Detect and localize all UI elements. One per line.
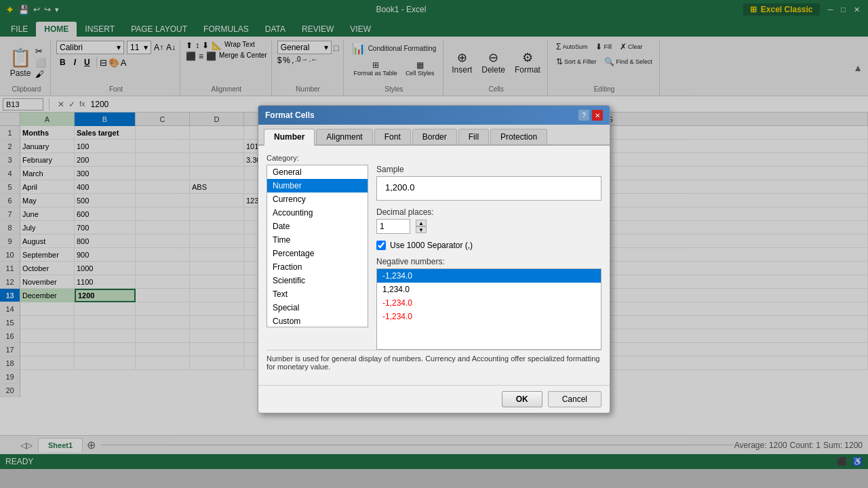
dialog-overlay: Format Cells ? ✕ Number Alignment Font B… — [0, 0, 868, 488]
dialog-right-panel: Sample 1,200.0 Decimal places: ▲ ▼ — [376, 165, 601, 350]
dialog-controls: ? ✕ — [578, 110, 603, 121]
separator-checkbox[interactable] — [376, 241, 386, 250]
category-label: Category: — [267, 154, 601, 162]
category-list[interactable]: General Number Currency Accounting Date … — [267, 165, 368, 327]
cat-general[interactable]: General — [267, 165, 368, 179]
separator-label: Use 1000 Separator (,) — [390, 241, 473, 250]
dialog-help-button[interactable]: ? — [578, 110, 589, 121]
cat-custom[interactable]: Custom — [267, 314, 368, 327]
neg-option-4[interactable]: -1,234.0 — [377, 310, 601, 323]
format-cells-dialog: Format Cells ? ✕ Number Alignment Font B… — [258, 105, 610, 413]
neg-option-1[interactable]: -1,234.0 — [377, 269, 601, 283]
cat-time[interactable]: Time — [267, 233, 368, 247]
decimal-places-label: Decimal places: — [376, 207, 601, 217]
separator-row: Use 1000 Separator (,) — [376, 241, 601, 250]
cat-currency[interactable]: Currency — [267, 192, 368, 206]
cat-fraction[interactable]: Fraction — [267, 260, 368, 274]
cat-special[interactable]: Special — [267, 301, 368, 314]
dialog-close-button[interactable]: ✕ — [592, 110, 603, 121]
sample-box: 1,200.0 — [376, 176, 601, 201]
dialog-title: Format Cells — [265, 110, 315, 120]
dialog-main: General Number Currency Accounting Date … — [267, 165, 601, 350]
decimal-section: Decimal places: ▲ ▼ — [376, 207, 601, 234]
cat-accounting[interactable]: Accounting — [267, 206, 368, 220]
sample-label: Sample — [376, 165, 601, 174]
dialog-tabs: Number Alignment Font Border Fill Protec… — [258, 125, 610, 146]
decimal-row: ▲ ▼ — [376, 219, 601, 234]
neg-option-2[interactable]: 1,234.0 — [377, 283, 601, 296]
negative-numbers-list[interactable]: -1,234.0 1,234.0 -1,234.0 -1,234.0 — [376, 268, 601, 350]
dialog-tab-border[interactable]: Border — [412, 129, 457, 144]
negative-section: Negative numbers: -1,234.0 1,234.0 -1,23… — [376, 257, 601, 350]
dialog-tab-number[interactable]: Number — [264, 129, 315, 146]
dialog-body: Category: General Number Currency Accoun… — [258, 146, 610, 385]
cat-scientific[interactable]: Scientific — [267, 274, 368, 287]
decimal-decrement-button[interactable]: ▼ — [416, 226, 427, 233]
negative-numbers-label: Negative numbers: — [376, 257, 601, 266]
description-area: Number is used for general display of nu… — [267, 350, 601, 377]
dialog-tab-fill[interactable]: Fill — [458, 129, 489, 144]
cat-number[interactable]: Number — [267, 179, 368, 192]
sample-section: Sample 1,200.0 — [376, 165, 601, 201]
dialog-tab-alignment[interactable]: Alignment — [316, 129, 372, 144]
dialog-titlebar: Format Cells ? ✕ — [258, 106, 610, 125]
dialog-tab-protection[interactable]: Protection — [490, 129, 547, 144]
cat-text[interactable]: Text — [267, 287, 368, 301]
cat-date[interactable]: Date — [267, 220, 368, 233]
dialog-tab-font[interactable]: Font — [374, 129, 411, 144]
cat-percentage[interactable]: Percentage — [267, 247, 368, 260]
neg-option-3[interactable]: -1,234.0 — [377, 296, 601, 310]
cancel-button[interactable]: Cancel — [548, 391, 601, 407]
decimal-increment-button[interactable]: ▲ — [416, 220, 427, 226]
ok-button[interactable]: OK — [502, 391, 542, 407]
dialog-footer: OK Cancel — [258, 385, 610, 413]
decimal-places-input[interactable] — [376, 219, 410, 234]
